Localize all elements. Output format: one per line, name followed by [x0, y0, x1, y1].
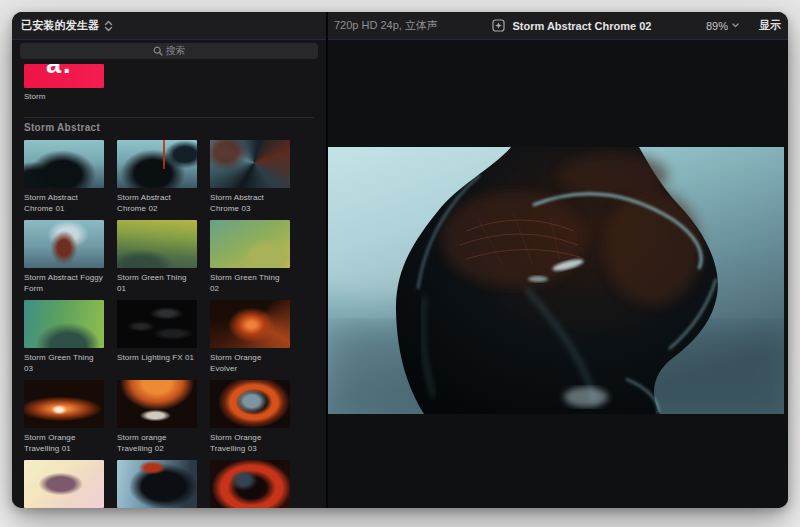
generator-item-storm[interactable]: a.	[24, 64, 104, 88]
clip-title: Storm Abstract Chrome 02	[512, 20, 651, 32]
search-row: 搜索	[12, 40, 326, 62]
generator-label: Storm Green Thing 02	[210, 272, 290, 294]
clip-title-group: Storm Abstract Chrome 02	[438, 19, 706, 32]
generator-label: Storm Abstract Chrome 02	[117, 192, 197, 214]
generator-label: Storm Lighting FX 01	[117, 352, 197, 363]
search-icon	[153, 46, 163, 56]
generator-item[interactable]: Storm Green Thing 02	[210, 220, 290, 300]
generator-thumbnail[interactable]	[24, 220, 104, 268]
generator-thumbnail[interactable]	[117, 380, 197, 428]
generator-item[interactable]: Storm Orange Evolver	[210, 300, 290, 380]
generator-icon	[492, 19, 505, 32]
generator-label: Storm Orange Travelling 01	[24, 432, 104, 454]
generator-thumbnail[interactable]	[210, 300, 290, 348]
generator-thumbnail[interactable]	[117, 460, 197, 508]
generator-label: Storm Abstract Foggy Form	[24, 272, 104, 294]
generator-item[interactable]	[117, 460, 197, 508]
titlebar: 已安装的发生器 720p HD 24p, 立体声 Storm Abstract …	[12, 12, 788, 40]
generator-item[interactable]: Storm Green Thing 01	[117, 220, 197, 300]
generator-label: Storm orange Travelling 02	[117, 432, 197, 454]
generators-sidebar: 搜索 a. Storm Storm Abstract Storm Abstrac…	[12, 40, 326, 508]
sidebar-viewer-divider[interactable]	[326, 12, 328, 508]
generator-thumbnail[interactable]	[24, 300, 104, 348]
preview-image	[328, 147, 784, 414]
generator-item[interactable]: Storm Green Thing 03	[24, 300, 104, 380]
section-divider	[24, 117, 314, 118]
generator-thumbnail[interactable]	[210, 380, 290, 428]
desktop: { "colors": { "accent_red": "#ee1848", "…	[0, 0, 800, 527]
zoom-level[interactable]: 89%	[706, 20, 728, 32]
chevron-up-down-icon[interactable]	[104, 20, 113, 32]
show-menu-button[interactable]: 显示	[759, 18, 781, 33]
generator-item[interactable]	[24, 460, 104, 508]
generator-label: Storm Green Thing 03	[24, 352, 104, 374]
generator-item[interactable]: Storm Abstract Chrome 03	[210, 140, 290, 220]
generator-item[interactable]: Storm Abstract Chrome 01	[24, 140, 104, 220]
generator-thumbnail[interactable]	[24, 140, 104, 188]
chevron-down-icon	[732, 23, 739, 28]
generator-thumbnail[interactable]	[210, 220, 290, 268]
generator-item[interactable]: Storm Orange Travelling 01	[24, 380, 104, 460]
generator-thumbnail[interactable]	[117, 220, 197, 268]
generator-thumbnail[interactable]	[210, 460, 290, 508]
generators-grid: Storm Abstract Chrome 01 Storm Abstract …	[24, 140, 326, 508]
generator-label: Storm Orange Evolver	[210, 352, 290, 374]
generator-item[interactable]: Storm Orange Travelling 03	[210, 380, 290, 460]
library-title[interactable]: 已安装的发生器	[21, 18, 99, 33]
generator-thumbnail[interactable]	[210, 140, 290, 188]
generator-thumbnail[interactable]	[117, 300, 197, 348]
generator-item[interactable]: Storm Lighting FX 01	[117, 300, 197, 380]
viewer-header: 720p HD 24p, 立体声 Storm Abstract Chrome 0…	[328, 12, 788, 39]
generator-label: Storm Abstract Chrome 03	[210, 192, 290, 214]
generator-label: Storm Orange Travelling 03	[210, 432, 290, 454]
generator-label: Storm	[24, 92, 326, 101]
generator-item[interactable]: Storm orange Travelling 02	[117, 380, 197, 460]
generator-item[interactable]: Storm Abstract Foggy Form	[24, 220, 104, 300]
generator-thumbnail[interactable]	[24, 460, 104, 508]
generators-browser-window: 已安装的发生器 720p HD 24p, 立体声 Storm Abstract …	[12, 12, 788, 508]
generator-label: Storm Green Thing 01	[117, 272, 197, 294]
section-header: Storm Abstract	[24, 122, 326, 133]
zoom-dropdown[interactable]: 89%	[706, 20, 739, 32]
generators-scroll-area[interactable]: a. Storm Storm Abstract Storm Abstract C…	[12, 64, 326, 508]
format-info: 720p HD 24p, 立体声	[334, 18, 438, 33]
generator-thumbnail[interactable]	[24, 380, 104, 428]
generator-thumbnail[interactable]	[117, 140, 197, 188]
library-selector[interactable]: 已安装的发生器	[12, 12, 328, 39]
storm-logo: a.	[46, 64, 73, 80]
generator-label: Storm Abstract Chrome 01	[24, 192, 104, 214]
search-placeholder: 搜索	[166, 44, 186, 58]
viewer-pane	[328, 40, 788, 508]
generator-item[interactable]: Storm Abstract Chrome 02	[117, 140, 197, 220]
search-input[interactable]: 搜索	[20, 43, 318, 59]
generator-item[interactable]	[210, 460, 290, 508]
